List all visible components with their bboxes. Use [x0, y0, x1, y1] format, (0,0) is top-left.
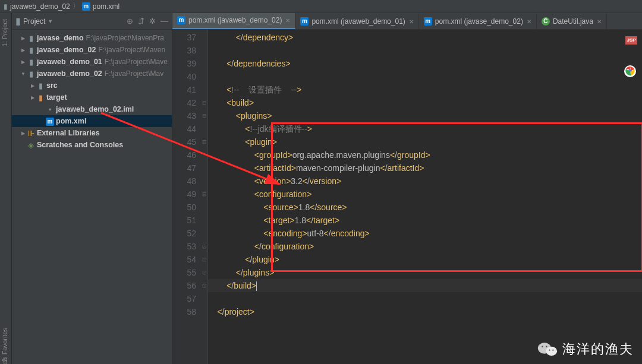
code-line-39[interactable]: </dependencies> [208, 57, 642, 70]
folder-icon: ▮ [36, 93, 45, 102]
tree-label: javase_demo_02 [37, 46, 96, 54]
tree-row-javaweb-demo-02-iml[interactable]: ▪javaweb_demo_02.iml [12, 103, 172, 115]
maven-icon: m [46, 118, 54, 126]
tree-row-scratches-and-consoles[interactable]: ◈Scratches and Consoles [12, 139, 172, 151]
code-editor[interactable]: 3738394041424344454647484950515253545556… [172, 30, 642, 364]
tree-label: javaweb_demo_02 [37, 69, 102, 78]
code-line-52[interactable]: <encoding>utf-8</encoding> [208, 227, 642, 240]
svg-point-6 [546, 346, 547, 347]
code-line-43[interactable]: <plugins> [208, 109, 642, 122]
code-line-37[interactable]: </dependency> [208, 31, 642, 44]
code-line-41[interactable]: <!-- 设置插件 --> [208, 83, 642, 96]
svg-point-5 [542, 346, 543, 347]
chevron-down-icon[interactable]: ▼ [48, 18, 53, 24]
project-panel-header: ▮ Project ▼ ⊕ ⇵ ✲ — [12, 13, 172, 30]
collapse-icon[interactable]: ⇵ [138, 17, 144, 26]
project-panel: ▮ Project ▼ ⊕ ⇵ ✲ — ▶▮javase_demoF:\java… [12, 13, 172, 364]
fold-gutter[interactable]: ⊟⊟⊟⊟⊡⊡⊡⊡ [201, 30, 208, 364]
code-line-44[interactable]: <!--jdk编译插件--> [208, 122, 642, 135]
breadcrumb: ▮ javaweb_demo_02 〉 m pom.xml [0, 0, 642, 13]
tab-pom-xml--javaweb-demo-01-[interactable]: mpom.xml (javaweb_demo_01)✕ [295, 14, 418, 29]
maven-icon: m [177, 16, 185, 24]
close-icon[interactable]: ✕ [527, 18, 531, 25]
wechat-icon [537, 341, 558, 357]
editor-area: mpom.xml (javaweb_demo_02)✕mpom.xml (jav… [172, 13, 642, 364]
tree-label: External Libraries [37, 129, 100, 137]
project-panel-title[interactable]: Project [23, 17, 45, 26]
code-line-49[interactable]: <configuration> [208, 188, 642, 201]
close-icon[interactable]: ✕ [285, 17, 290, 24]
tree-arrow[interactable]: ▶ [20, 36, 26, 41]
tree-row-pom-xml[interactable]: mpom.xml [12, 115, 172, 127]
tab-label: pom.xml (javaweb_demo_01) [311, 17, 405, 26]
code-line-51[interactable]: <target>1.8</target> [208, 214, 642, 227]
tree-row-javaweb-demo-01[interactable]: ▶▮javaweb_demo_01F:\javaProject\Mave [12, 56, 172, 68]
line-gutter: 3738394041424344454647484950515253545556… [172, 30, 201, 364]
folder-icon: ▮ [26, 58, 36, 67]
settings-icon[interactable]: ✲ [149, 17, 156, 26]
code-line-38[interactable] [208, 44, 642, 57]
tree-label: Scratches and Consoles [37, 141, 123, 149]
folder-icon: ▮ [26, 46, 36, 55]
tab-label: pom.xml (javaweb_demo_02) [188, 16, 282, 24]
code-line-58[interactable]: </project> [208, 305, 642, 318]
breadcrumb-project[interactable]: javaweb_demo_02 [10, 2, 70, 11]
svg-point-8 [552, 350, 553, 351]
tree-arrow[interactable]: ▶ [30, 95, 36, 100]
tree-row-javaweb-demo-02[interactable]: ▼▮javaweb_demo_02F:\javaProject\Mav [12, 68, 172, 80]
code-line-45[interactable]: <plugin> [208, 135, 642, 148]
locate-icon[interactable]: ⊕ [127, 17, 133, 26]
maven-icon: m [424, 17, 432, 26]
hide-icon[interactable]: — [160, 17, 168, 26]
tree-arrow[interactable]: ▶ [20, 59, 26, 65]
breadcrumb-file[interactable]: pom.xml [93, 2, 119, 11]
code-line-53[interactable]: </configuration> [208, 240, 642, 253]
maven-icon: m [300, 17, 309, 26]
close-icon[interactable]: ✕ [597, 18, 602, 25]
tree-arrow[interactable]: ▼ [20, 71, 26, 77]
tree-arrow[interactable]: ▶ [30, 83, 36, 88]
editor-tabs: mpom.xml (javaweb_demo_02)✕mpom.xml (jav… [172, 13, 642, 30]
code-line-54[interactable]: </plugin> [208, 253, 642, 266]
code-line-47[interactable]: <artifactId>maven-compiler-plugin</artif… [208, 162, 642, 175]
code-line-40[interactable] [208, 70, 642, 83]
tree-row-external-libraries[interactable]: ▶⊪External Libraries [12, 127, 172, 139]
chrome-icon[interactable] [624, 65, 636, 77]
tree-row-javase-demo-02[interactable]: ▶▮javase_demo_02F:\javaProject\Maven [12, 44, 172, 56]
close-icon[interactable]: ✕ [409, 18, 414, 25]
folder-icon: ▮ [26, 34, 36, 43]
tab-pom-xml--javase-demo-02-[interactable]: mpom.xml (javase_demo_02)✕ [419, 14, 537, 29]
web-tool-button[interactable]: Web [1, 357, 8, 364]
code-line-42[interactable]: <build> [208, 96, 642, 109]
code-line-55[interactable]: </plugins> [208, 266, 642, 279]
project-tree[interactable]: ▶▮javase_demoF:\javaProject\MavenPra▶▮ja… [12, 30, 172, 153]
folder-icon: ▮ [36, 81, 45, 90]
tree-path: F:\javaProject\Mav [105, 69, 163, 78]
code-content[interactable]: </dependency> </dependencies> <!-- 设置插件 … [208, 30, 642, 364]
code-line-57[interactable] [208, 292, 642, 305]
code-line-48[interactable]: <version>3.2</version> [208, 175, 642, 188]
project-icon: ▮ [15, 15, 21, 27]
breadcrumb-sep: 〉 [73, 1, 80, 11]
code-line-46[interactable]: <groupId>org.apache.maven.plugins</group… [208, 148, 642, 162]
svg-point-7 [549, 350, 550, 351]
tree-label: src [46, 81, 58, 90]
folder-icon: ▮ [26, 69, 36, 78]
project-tool-button[interactable]: 1: Project [1, 19, 8, 46]
tree-row-target[interactable]: ▶▮target [12, 91, 172, 103]
favorites-tool-button[interactable]: 2: Favorites [1, 328, 8, 362]
tree-row-src[interactable]: ▶▮src [12, 80, 172, 91]
tree-arrow[interactable]: ▶ [20, 48, 26, 53]
tree-label: javaweb_demo_02.iml [56, 105, 134, 113]
library-icon: ⊪ [26, 129, 36, 138]
code-line-50[interactable]: <source>1.8</source> [208, 201, 642, 214]
left-tool-strip: 1: Project 2: Favorites Web [0, 13, 12, 364]
tab-pom-xml--javaweb-demo-02-[interactable]: mpom.xml (javaweb_demo_02)✕ [172, 13, 295, 29]
watermark-text: 海洋的渔夫 [562, 340, 634, 358]
tree-row-javase-demo[interactable]: ▶▮javase_demoF:\javaProject\MavenPra [12, 32, 172, 44]
code-line-56[interactable]: </build> [208, 279, 642, 292]
tree-label: pom.xml [56, 117, 86, 125]
tree-arrow[interactable]: ▶ [20, 131, 26, 136]
tab-dateutil-java[interactable]: CDateUtil.java✕ [537, 14, 607, 29]
tab-label: DateUtil.java [553, 17, 593, 26]
